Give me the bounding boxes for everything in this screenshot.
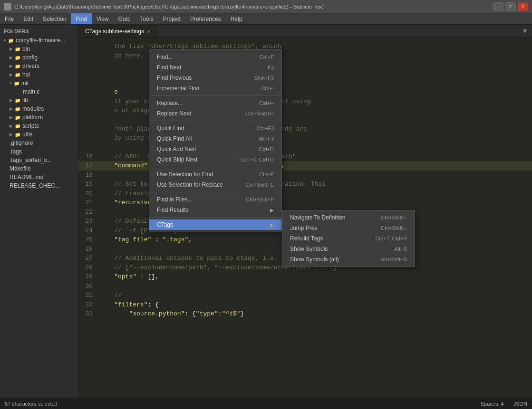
code-line: 29 "opts" : [],	[78, 272, 532, 282]
menu-selection[interactable]: Selection	[38, 13, 71, 24]
ctags-item-shortcut: Ctrl+Shift+.	[381, 215, 407, 220]
sidebar-item-readme[interactable]: README.md	[0, 173, 78, 181]
ctags-navigate-to-definition[interactable]: Navigate To Definition Ctrl+Shift+.	[282, 212, 415, 223]
editor-area: CTags.sublime-settings ✕ ▼ the file "Use…	[78, 25, 532, 398]
file-name: main.c	[23, 88, 39, 95]
statusbar: 57 characters selected Spaces: 4 JSON	[0, 398, 532, 409]
menu-file[interactable]: File	[0, 13, 19, 24]
folder-icon: 📁	[15, 124, 20, 129]
find-menu-find-results[interactable]: Find Results ▶	[149, 205, 281, 215]
tab-dropdown-button[interactable]: ▼	[518, 25, 532, 38]
code-line	[78, 143, 532, 152]
ctags-item-shortcut: Alt+S	[394, 246, 407, 252]
code-line: 18	[78, 171, 532, 180]
sidebar-item-gitignore[interactable]: .gitignore	[0, 139, 78, 147]
find-menu-quick-find[interactable]: Quick Find Ctrl+F3	[149, 123, 281, 133]
sidebar-item-modules[interactable]: ▶ 📁 modules	[0, 105, 78, 113]
find-menu-find-in-files[interactable]: Find in Files... Ctrl+Shift+F	[149, 194, 281, 205]
code-line: 33 "source.python": {"type":"^i$"}	[78, 309, 532, 319]
find-item-label: Find...	[157, 54, 250, 60]
status-spaces: Spaces: 4	[481, 401, 504, 407]
code-line: in here.	[78, 51, 532, 61]
find-item-label: Find Results	[157, 207, 270, 213]
sidebar-item-tags[interactable]: .tags	[0, 147, 78, 156]
menu-goto[interactable]: Goto	[114, 13, 135, 24]
file-name: README.md	[10, 174, 43, 181]
folder-name: hal	[22, 71, 30, 78]
find-item-label: Replace...	[157, 100, 250, 106]
menu-preferences[interactable]: Preferences	[185, 13, 226, 24]
find-menu-use-selection-find[interactable]: Use Selection for Find Ctrl+E	[149, 169, 281, 180]
find-menu-replace[interactable]: Replace... Ctrl+H	[149, 98, 281, 108]
sidebar-item-release[interactable]: RELEASE_CHEC...	[0, 181, 78, 190]
tab-ctags-settings[interactable]: CTags.sublime-settings ✕	[78, 25, 158, 38]
find-item-shortcut: Ctrl+K, Ctrl+D	[242, 157, 274, 162]
code-line: n of ctags to that in the path (i.e. for…	[78, 106, 532, 115]
menu-view[interactable]: View	[92, 13, 114, 24]
menu-find[interactable]: Find	[71, 13, 91, 24]
expand-arrow: ▶	[10, 124, 13, 128]
sidebar-item-utils[interactable]: ▶ 📁 utils	[0, 130, 78, 139]
ctags-show-symbols-all[interactable]: Show Symbols (all) Alt+Shift+S	[282, 254, 415, 265]
code-line: 31 //	[78, 291, 532, 300]
sidebar-item-hal[interactable]: ▶ 📁 hal	[0, 70, 78, 79]
code-line: 30	[78, 282, 532, 291]
sidebar: FOLDERS ▾ 📁 crazyflie-firmware... ▶ 📁 bi…	[0, 25, 78, 398]
ctags-item-shortcut: Ctrl+T, Ctrl+R	[375, 236, 407, 241]
menu-project[interactable]: Project	[158, 13, 185, 24]
menu-edit[interactable]: Edit	[19, 13, 38, 24]
find-menu-find-next[interactable]: Find Next F3	[149, 62, 281, 73]
menu-tools[interactable]: Tools	[135, 13, 158, 24]
window-controls: – □ ✕	[493, 2, 528, 11]
menu-separator	[149, 95, 281, 96]
tabbar: CTags.sublime-settings ✕ ▼	[78, 25, 532, 38]
expand-arrow: ▾	[10, 81, 12, 86]
sidebar-item-init[interactable]: ▾ 📁 init	[0, 79, 78, 87]
sidebar-item-tags-sorted[interactable]: .tags_sorted_b...	[0, 156, 78, 164]
menu-separator	[149, 192, 281, 192]
find-menu-quick-add-next[interactable]: Quick Add Next Ctrl+D	[149, 144, 281, 154]
find-menu-ctags[interactable]: CTags ▶	[149, 219, 281, 230]
find-menu-replace-next[interactable]: Replace Next Ctrl+Shift+H	[149, 108, 281, 119]
sidebar-item-mainc[interactable]: main.c	[0, 87, 78, 96]
minimize-button[interactable]: –	[493, 2, 503, 11]
find-menu-find[interactable]: Find... Ctrl+F	[149, 52, 281, 62]
find-menu-find-previous[interactable]: Find Previous Shift+F3	[149, 73, 281, 83]
status-selection: 57 characters selected	[5, 401, 58, 407]
sidebar-item-makefile[interactable]: Makefile	[0, 164, 78, 173]
folder-name: crazyflie-firmware...	[16, 37, 65, 44]
maximize-button[interactable]: □	[505, 2, 516, 11]
find-menu-incremental[interactable]: Incremental Find Ctrl+I	[149, 83, 281, 94]
sidebar-item-scripts[interactable]: ▶ 📁 scripts	[0, 122, 78, 130]
sidebar-item-lib[interactable]: ▶ 📁 lib	[0, 96, 78, 105]
menu-separator	[149, 167, 281, 167]
close-tab-icon[interactable]: ✕	[147, 29, 151, 34]
sidebar-item-drivers[interactable]: ▶ 📁 drivers	[0, 62, 78, 70]
app-icon	[4, 3, 11, 10]
close-button[interactable]: ✕	[518, 2, 528, 11]
find-item-shortcut: Ctrl+I	[261, 86, 274, 91]
find-menu-quick-skip-next[interactable]: Quick Skip Next Ctrl+K, Ctrl+D	[149, 154, 281, 165]
ctags-show-symbols[interactable]: Show Symbols Alt+S	[282, 244, 415, 254]
ctags-item-shortcut: Ctrl+Shift+,	[381, 225, 407, 231]
folder-name: config	[22, 54, 38, 61]
find-menu-use-selection-replace[interactable]: Use Selection for Replace Ctrl+Shift+E	[149, 180, 281, 190]
sidebar-item-platform[interactable]: ▶ 📁 platform	[0, 113, 78, 122]
ctags-item-label: Navigate To Definition	[290, 214, 371, 221]
folder-name: scripts	[22, 123, 39, 129]
ctags-rebuild-tags[interactable]: Rebuild Tags Ctrl+T, Ctrl+R	[282, 233, 415, 244]
code-line	[78, 115, 532, 124]
sidebar-item-bin[interactable]: ▶ 📁 bin	[0, 45, 78, 53]
file-name: .gitignore	[10, 140, 33, 146]
menu-help[interactable]: Help	[226, 13, 247, 24]
ctags-jump-prev[interactable]: Jump Prev Ctrl+Shift+,	[282, 223, 415, 233]
find-item-shortcut: Ctrl+Shift+F	[246, 197, 274, 202]
sidebar-item-root[interactable]: ▾ 📁 crazyflie-firmware...	[0, 36, 78, 45]
find-menu-quick-find-all[interactable]: Quick Find All Alt+F3	[149, 133, 281, 144]
code-line	[78, 78, 532, 87]
menubar: File Edit Selection Find View Goto Tools…	[0, 13, 532, 25]
sidebar-item-config[interactable]: ▶ 📁 config	[0, 53, 78, 62]
folder-name: init	[21, 80, 29, 86]
expand-arrow: ▶	[10, 98, 13, 103]
folder-icon: 📁	[15, 106, 20, 112]
